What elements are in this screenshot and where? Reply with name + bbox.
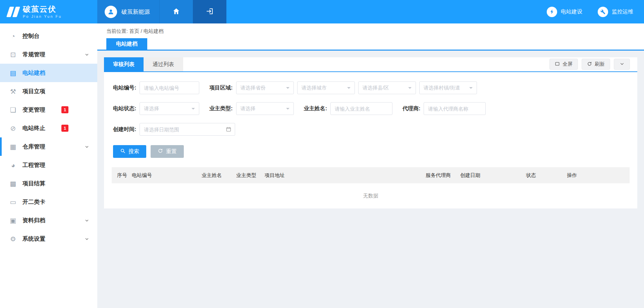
column-header: 创建日期 xyxy=(460,172,526,179)
warehouse-icon: ▦ xyxy=(9,143,17,150)
region-label: 项目区域: xyxy=(209,84,232,91)
create-time-label: 创建时间: xyxy=(113,126,136,133)
county-select[interactable]: 请选择县/区 xyxy=(358,81,416,94)
fullscreen-button[interactable]: 全屏 xyxy=(549,59,578,70)
sidebar-item-console[interactable]: ◔ 控制台 xyxy=(0,27,97,45)
refresh-icon xyxy=(587,61,592,67)
sidebar-item-label: 变更管理 xyxy=(22,106,45,114)
city-placeholder: 请选择城市 xyxy=(302,85,327,91)
header-spacer xyxy=(226,0,547,23)
column-header: 序号 xyxy=(112,172,132,179)
sidebar-item-engineering-mgmt[interactable]: ◕ 工程管理 xyxy=(0,156,97,174)
town-placeholder: 请选择村镇/街道 xyxy=(424,85,460,91)
date-range-input[interactable] xyxy=(140,123,235,136)
notification-badge: 1 xyxy=(61,106,68,113)
chevron-down-icon xyxy=(85,144,89,149)
nav-monitor-ops[interactable]: 监控运维 xyxy=(598,7,633,17)
owner-type-placeholder: 请选择 xyxy=(240,106,256,112)
table-header-row: 序号 电站编号 业主姓名 业主类型 项目地址 服务代理商 创建日期 状态 操作 xyxy=(112,167,630,183)
refresh-label: 刷新 xyxy=(595,61,605,67)
breadcrumb-separator: / xyxy=(141,28,142,34)
content-area: 审核列表 通过列表 全屏 刷新 xyxy=(97,51,644,215)
refresh-button[interactable]: 刷新 xyxy=(582,59,610,70)
nav-station-build[interactable]: 电站建设 xyxy=(547,7,582,17)
owner-type-label: 业主类型: xyxy=(209,105,232,112)
filter-row: 创建时间: xyxy=(113,123,628,136)
column-header: 业主姓名 xyxy=(202,172,236,179)
reset-button[interactable]: 重置 xyxy=(151,145,184,158)
page-tab-station-archive[interactable]: 电站建档 xyxy=(106,38,147,50)
results-table: 序号 电站编号 业主姓名 业主类型 项目地址 服务代理商 创建日期 状态 操作 … xyxy=(112,167,630,206)
sidebar-item-open-card[interactable]: ▭ 开二类卡 xyxy=(0,193,97,211)
sidebar-item-data-archive[interactable]: ▣ 资料归档 xyxy=(0,211,97,230)
reset-icon xyxy=(158,148,163,155)
station-status-select[interactable]: 请选择 xyxy=(140,102,199,115)
sidebar-item-change-mgmt[interactable]: ❏ 变更管理 1 xyxy=(0,101,97,119)
dashboard-icon: ◔ xyxy=(9,33,17,40)
breadcrumb-home[interactable]: 首页 xyxy=(129,28,139,34)
nav-label: 电站建设 xyxy=(561,8,582,15)
sidebar-item-label: 开二类卡 xyxy=(22,198,45,206)
chevron-down-icon xyxy=(85,218,89,223)
stop-icon: ⊘ xyxy=(9,125,17,132)
home-button[interactable] xyxy=(159,0,193,23)
sidebar-item-station-archive[interactable]: ▤ 电站建档 xyxy=(0,64,97,82)
chevron-down-icon xyxy=(85,52,89,57)
sidebar-item-project-initiation[interactable]: ⚒ 项目立项 xyxy=(0,82,97,101)
sidebar-item-general-mgmt[interactable]: ⊡ 常规管理 xyxy=(0,45,97,64)
logo-icon xyxy=(8,7,18,17)
owner-name-label: 业主姓名: xyxy=(304,105,327,112)
station-no-label: 电站编号: xyxy=(113,84,136,91)
agent-label: 代理商: xyxy=(402,105,420,112)
fullscreen-icon xyxy=(555,61,560,67)
filter-row: 电站编号: 项目区域: 请选择省份 请选择城市 请选择县/区 请选择村镇/街道 xyxy=(113,81,628,94)
collapse-button[interactable] xyxy=(614,59,630,70)
empty-state-text: 无数据 xyxy=(112,183,630,206)
user-menu[interactable]: 破茧新能源 xyxy=(97,0,159,23)
city-select[interactable]: 请选择城市 xyxy=(297,81,355,94)
chevron-down-icon xyxy=(85,237,89,241)
fullscreen-label: 全屏 xyxy=(562,61,573,67)
breadcrumb: 当前位置: 首页 / 电站建档 xyxy=(97,23,644,38)
station-no-input[interactable] xyxy=(140,81,199,94)
sidebar-item-system-settings[interactable]: ⚙ 系统设置 xyxy=(0,230,97,248)
sidebar-item-warehouse-mgmt[interactable]: ▦ 仓库管理 xyxy=(0,137,97,156)
sidebar-item-label: 系统设置 xyxy=(22,235,45,243)
wrench-icon xyxy=(598,7,608,17)
user-name: 破茧新能源 xyxy=(121,8,150,16)
notification-badge: 1 xyxy=(61,125,68,132)
sidebar-item-label: 控制台 xyxy=(22,32,40,40)
search-button[interactable]: 搜索 xyxy=(113,145,146,158)
login-button[interactable] xyxy=(193,0,226,23)
station-status-label: 电站状态: xyxy=(113,105,136,112)
panel-card: 审核列表 通过列表 全屏 刷新 xyxy=(104,57,637,208)
county-placeholder: 请选择县/区 xyxy=(363,85,389,91)
project-icon: ⚒ xyxy=(9,88,17,95)
search-icon xyxy=(120,148,125,155)
date-range-field xyxy=(140,123,235,136)
sidebar-item-project-settlement[interactable]: ▩ 项目结算 xyxy=(0,174,97,193)
calendar-icon xyxy=(226,126,231,133)
document-icon: ▤ xyxy=(9,70,17,76)
monitor-icon: ⊡ xyxy=(9,51,17,58)
home-icon xyxy=(172,7,180,16)
tab-review-list[interactable]: 审核列表 xyxy=(104,57,144,71)
sidebar: ◔ 控制台 ⊡ 常规管理 ▤ 电站建档 ⚒ 项目立项 ❏ 变更管理 1 ⊘ 电站… xyxy=(0,23,97,308)
agent-input[interactable] xyxy=(424,102,486,115)
app-logo: 破茧云伏 Po Jian Yun Fu xyxy=(0,0,97,23)
sidebar-item-label: 电站终止 xyxy=(22,124,45,132)
panel-header: 审核列表 通过列表 全屏 刷新 xyxy=(104,57,637,72)
sidebar-item-label: 电站建档 xyxy=(22,69,45,77)
sidebar-item-station-termination[interactable]: ⊘ 电站终止 1 xyxy=(0,119,97,137)
town-select[interactable]: 请选择村镇/街道 xyxy=(419,81,477,94)
province-placeholder: 请选择省份 xyxy=(240,85,266,91)
province-select[interactable]: 请选择省份 xyxy=(236,81,294,94)
breadcrumb-prefix: 当前位置: xyxy=(106,28,128,34)
owner-type-select[interactable]: 请选择 xyxy=(236,102,294,115)
filter-row: 电站状态: 请选择 业主类型: 请选择 业主姓名: 代理商: xyxy=(113,102,628,115)
tab-passed-list[interactable]: 通过列表 xyxy=(144,57,183,71)
owner-name-input[interactable] xyxy=(330,102,392,115)
app-title: 破茧云伏 xyxy=(23,5,62,13)
user-icon xyxy=(105,6,117,18)
top-header: 破茧云伏 Po Jian Yun Fu 破茧新能源 电站建设 xyxy=(0,0,644,23)
